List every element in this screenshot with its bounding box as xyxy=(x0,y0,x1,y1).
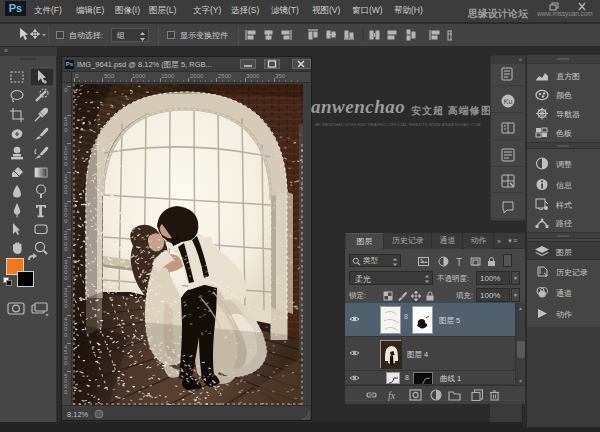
svg-text:fx: fx xyxy=(388,390,396,401)
svg-text:Ku: Ku xyxy=(504,98,513,105)
svg-text:T: T xyxy=(456,257,462,268)
